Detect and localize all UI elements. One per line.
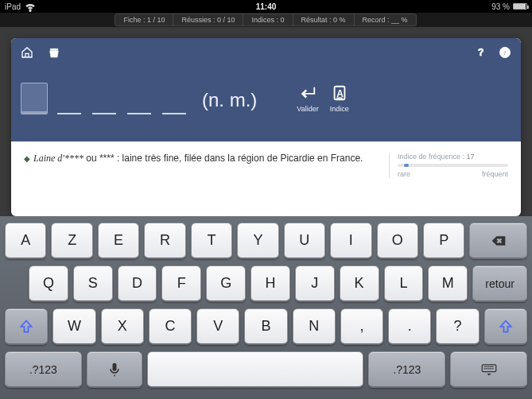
hint-icon: A — [331, 84, 348, 102]
info-icon[interactable]: i — [499, 46, 511, 59]
validate-label: Valider — [297, 105, 318, 113]
part-of-speech: (n. m.) — [202, 89, 257, 111]
stage: ? i (n. m.) Valider A I — [0, 27, 532, 216]
ios-status-bar: iPad 11:40 93 % — [0, 0, 532, 13]
key-p[interactable]: P — [423, 223, 464, 259]
key-c[interactable]: C — [149, 308, 192, 345]
key-e[interactable]: E — [98, 223, 139, 259]
return-key[interactable]: retour — [472, 265, 527, 302]
key-u[interactable]: U — [284, 223, 325, 259]
letter-blank — [57, 97, 81, 114]
freq-value: 17 — [467, 153, 475, 161]
enter-icon — [299, 84, 316, 102]
key-a[interactable]: A — [5, 223, 46, 259]
dismiss-keyboard-key[interactable] — [450, 351, 527, 388]
key-z[interactable]: Z — [51, 223, 92, 259]
key-g[interactable]: G — [206, 265, 246, 302]
home-icon[interactable] — [21, 46, 33, 59]
score-indices: Indices : 0 — [243, 14, 293, 26]
def-mask: **** — [99, 153, 115, 164]
hint-label: Indice — [330, 105, 349, 113]
key-x[interactable]: X — [101, 308, 144, 345]
score-record: Record : __ % — [354, 14, 417, 26]
clock: 11:40 — [256, 2, 277, 11]
wifi-icon — [24, 0, 37, 13]
svg-text:i: i — [504, 48, 507, 56]
key-v[interactable]: V — [196, 308, 239, 345]
backspace-key[interactable] — [469, 223, 527, 259]
letter-tile[interactable] — [21, 83, 48, 114]
flashcard: ? i (n. m.) Valider A I — [11, 38, 521, 216]
key-t[interactable]: T — [191, 223, 232, 259]
freq-frequent: fréquent — [482, 170, 508, 178]
key-b[interactable]: B — [244, 308, 287, 345]
key-i[interactable]: I — [330, 223, 371, 259]
key-f[interactable]: F — [161, 265, 201, 302]
hint-button[interactable]: A Indice — [330, 84, 349, 113]
freq-rare: rare — [398, 170, 410, 178]
key-y[interactable]: Y — [237, 223, 278, 259]
key-l[interactable]: L — [384, 265, 424, 302]
score-fiche: Fiche : 1 / 10 — [115, 14, 173, 26]
key-m[interactable]: M — [428, 265, 468, 302]
space-key[interactable] — [147, 351, 364, 388]
dismiss-keyboard-icon — [481, 362, 497, 378]
key-s[interactable]: S — [73, 265, 113, 302]
battery-icon — [513, 3, 527, 10]
score-resultat: Résultat : 0 % — [293, 14, 355, 26]
numeric-key-right[interactable]: .?123 — [368, 351, 445, 388]
bullet-icon: ◆ — [24, 154, 30, 163]
score-reussies: Réussies : 0 / 10 — [173, 14, 243, 26]
key-.[interactable]: . — [388, 308, 431, 345]
shift-key-right[interactable] — [484, 308, 527, 345]
def-prefix: Laine d'**** — [33, 153, 83, 164]
freq-title: Indice de fréquence : — [398, 153, 464, 161]
score-bar: Fiche : 1 / 10 Réussies : 0 / 10 Indices… — [0, 13, 532, 27]
kbd-row-2: QSDFGHJKLMretour — [5, 265, 527, 302]
key-d[interactable]: D — [118, 265, 157, 302]
key-w[interactable]: W — [52, 308, 95, 345]
card-header: ? i (n. m.) Valider A I — [11, 38, 521, 141]
backspace-icon — [491, 233, 507, 249]
frequency-panel: Indice de fréquence : 17 rarefréquent — [389, 153, 508, 178]
svg-text:A: A — [336, 88, 344, 99]
def-rest: : laine très fine, filée dans la région … — [115, 153, 363, 164]
letter-blank — [127, 97, 151, 114]
shift-key-left[interactable] — [5, 308, 48, 345]
letter-blank — [162, 97, 186, 114]
definition: ◆Laine d'**** ou **** : laine très fine,… — [24, 153, 381, 178]
kbd-row-1: AZERTYUIOP — [5, 223, 527, 259]
numeric-key-left[interactable]: .?123 — [5, 351, 82, 388]
word-row: (n. m.) Valider A Indice — [21, 83, 511, 114]
kbd-row-3: WXCVBN,.? — [5, 308, 527, 345]
device-label: iPad — [5, 2, 21, 11]
battery-pct: 93 % — [491, 2, 510, 11]
key-?[interactable]: ? — [436, 308, 479, 345]
kbd-row-4: .?123 .?123 — [5, 351, 527, 388]
key-o[interactable]: O — [377, 223, 418, 259]
validate-button[interactable]: Valider — [297, 84, 318, 113]
key-n[interactable]: N — [293, 308, 336, 345]
key-h[interactable]: H — [250, 265, 290, 302]
svg-text:?: ? — [478, 47, 483, 58]
key-,[interactable]: , — [340, 308, 383, 345]
freq-bar — [398, 164, 508, 167]
card-body: ◆Laine d'**** ou **** : laine très fine,… — [11, 141, 521, 189]
key-r[interactable]: R — [144, 223, 185, 259]
key-q[interactable]: Q — [29, 265, 68, 302]
shift-icon — [498, 319, 514, 335]
key-j[interactable]: J — [295, 265, 335, 302]
key-k[interactable]: K — [340, 265, 379, 302]
mic-icon — [107, 362, 122, 378]
shift-icon — [18, 319, 34, 335]
dictation-key[interactable] — [87, 351, 142, 388]
help-icon[interactable]: ? — [475, 46, 487, 59]
keyboard: AZERTYUIOP QSDFGHJKLMretour WXCVBN,.? .?… — [0, 216, 532, 399]
def-middle: ou — [83, 153, 99, 164]
deck-icon[interactable] — [48, 46, 60, 59]
letter-blank — [92, 97, 116, 114]
